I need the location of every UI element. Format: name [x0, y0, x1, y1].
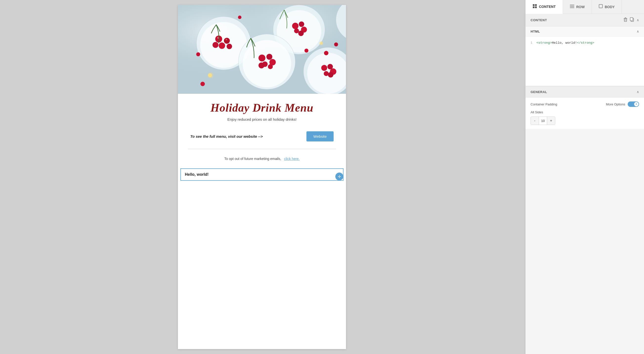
svg-point-45 — [238, 15, 242, 19]
svg-point-43 — [334, 42, 338, 46]
svg-point-40 — [319, 41, 324, 45]
padding-stepper[interactable]: - 10 + — [530, 116, 555, 125]
trash-icon[interactable] — [624, 17, 628, 23]
svg-rect-51 — [570, 5, 574, 5]
footer-text: To opt out of future marketing emails, c… — [224, 157, 300, 161]
html-collapse-icon[interactable]: ∧ — [636, 29, 639, 33]
svg-point-8 — [226, 44, 232, 49]
html-code-editor[interactable]: 1 <strong>Hello, world!</strong> — [526, 36, 644, 86]
cta-text: To see the full menu, visit our website … — [190, 134, 263, 138]
email-title-section: Holiday Drink Menu Enjoy reduced prices … — [178, 94, 346, 126]
more-options-toggle[interactable]: ✕ — [628, 101, 639, 107]
stepper-increment[interactable]: + — [547, 117, 555, 125]
content-section-title: CONTENT — [530, 18, 547, 22]
svg-rect-47 — [533, 4, 534, 6]
stepper-decrement[interactable]: - — [531, 117, 539, 125]
content-section-header: CONTENT ∧ — [526, 14, 644, 26]
general-section-body: Container Padding More Options ✕ All Sid… — [526, 97, 644, 129]
svg-rect-52 — [570, 6, 574, 7]
svg-point-44 — [200, 82, 205, 86]
selected-block-text: Hello, world! — [185, 172, 208, 177]
all-sides-label: All Sides - 10 + — [530, 110, 639, 125]
svg-point-46 — [304, 49, 308, 52]
general-section-title: GENERAL — [530, 90, 547, 94]
line-number-1: 1 — [530, 40, 532, 46]
svg-point-9 — [212, 42, 218, 48]
svg-point-42 — [324, 51, 328, 55]
email-container: Holiday Drink Menu Enjoy reduced prices … — [178, 5, 346, 349]
svg-point-22 — [266, 54, 272, 60]
row-tab-icon — [570, 4, 574, 9]
svg-rect-59 — [630, 17, 633, 21]
right-panel: CONTENT ROW BODY CONTENT — [526, 0, 644, 354]
svg-rect-48 — [535, 4, 537, 6]
panel-body: CONTENT ∧ — [526, 14, 644, 354]
svg-point-6 — [224, 38, 230, 44]
svg-point-14 — [292, 23, 298, 29]
tab-row[interactable]: ROW — [563, 0, 592, 13]
website-button[interactable]: Website — [306, 131, 334, 141]
body-tab-icon — [599, 4, 603, 9]
email-divider — [188, 149, 336, 149]
svg-point-30 — [328, 64, 333, 69]
collapse-icon[interactable]: ∧ — [636, 18, 639, 22]
code-open-tag-strong: <strong> — [536, 40, 552, 46]
svg-point-33 — [328, 72, 333, 77]
svg-point-41 — [196, 52, 200, 56]
stepper-value: 10 — [539, 117, 547, 125]
svg-point-21 — [258, 54, 266, 61]
html-section-header: HTML ∧ — [526, 26, 644, 36]
general-collapse-icon[interactable]: ∧ — [636, 90, 639, 94]
general-section-header: GENERAL ∧ — [526, 86, 644, 97]
tab-bar: CONTENT ROW BODY — [526, 0, 644, 14]
code-text-hello: Hello, world! — [552, 40, 577, 46]
toggle-knob: ✕ — [634, 102, 638, 106]
content-tab-label: CONTENT — [539, 5, 556, 9]
code-line-1: 1 <strong>Hello, world!</strong> — [530, 40, 639, 46]
svg-point-15 — [299, 21, 304, 27]
svg-point-26 — [268, 64, 273, 69]
more-options-row: More Options ✕ — [606, 101, 639, 107]
svg-point-25 — [258, 62, 264, 68]
html-section: HTML ∧ 1 <strong>Hello, world!</strong> — [526, 26, 644, 86]
svg-rect-50 — [535, 6, 537, 8]
code-close-tag-strong: </strong> — [577, 40, 594, 46]
body-tab-label: BODY — [605, 5, 614, 9]
drink-image-placeholder — [178, 5, 346, 94]
copy-icon[interactable] — [630, 17, 634, 23]
svg-point-38 — [208, 72, 214, 78]
svg-rect-49 — [533, 6, 534, 8]
row-tab-label: ROW — [576, 5, 585, 9]
general-section: GENERAL ∧ Container Padding More Options… — [526, 86, 644, 129]
svg-point-11 — [226, 39, 227, 40]
email-cta-section: To see the full menu, visit our website … — [178, 126, 346, 146]
selected-content-block[interactable]: Hello, world! ✛ — [180, 168, 344, 181]
svg-point-18 — [298, 31, 304, 36]
email-subtitle: Enjoy reduced prices on all holiday drin… — [188, 117, 336, 121]
content-tab-icon — [532, 4, 537, 10]
svg-point-17 — [294, 28, 299, 33]
email-title: Holiday Drink Menu — [188, 101, 336, 114]
hero-image — [178, 5, 346, 94]
more-options-label: More Options — [606, 102, 625, 106]
tab-body[interactable]: BODY — [592, 0, 622, 13]
email-footer: To opt out of future marketing emails, c… — [178, 152, 346, 168]
footer-link[interactable]: click here. — [284, 157, 300, 161]
container-padding-label: Container Padding — [530, 102, 557, 106]
html-section-title: HTML — [530, 30, 540, 33]
svg-rect-53 — [570, 7, 574, 8]
svg-point-29 — [321, 65, 327, 71]
drag-icon: ✛ — [338, 174, 341, 179]
svg-point-7 — [219, 42, 225, 49]
container-padding-row: Container Padding More Options ✕ — [530, 101, 639, 107]
drag-handle[interactable]: ✛ — [335, 173, 343, 180]
tab-content[interactable]: CONTENT — [526, 0, 563, 14]
section-actions: ∧ — [624, 17, 639, 23]
svg-point-32 — [324, 71, 329, 76]
svg-rect-54 — [599, 4, 602, 8]
canvas-area: Holiday Drink Menu Enjoy reduced prices … — [0, 0, 524, 354]
